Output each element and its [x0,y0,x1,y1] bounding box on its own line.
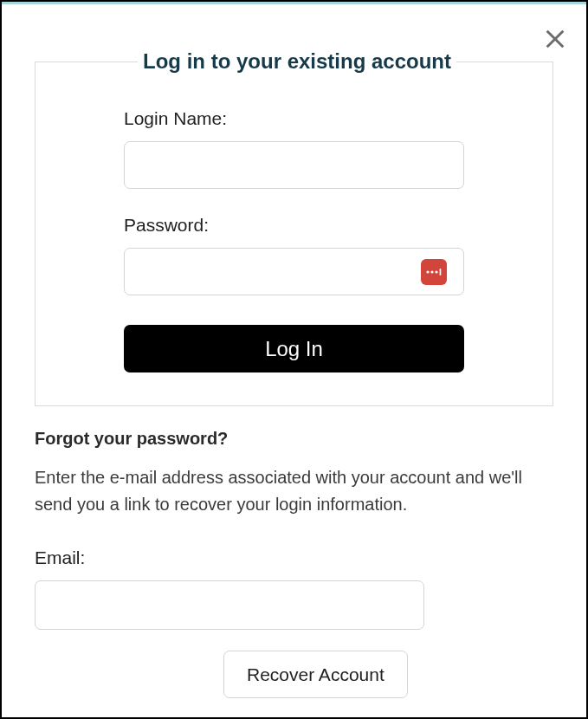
email-input[interactable] [35,580,424,630]
login-fieldset: Log in to your existing account Login Na… [35,49,553,406]
forgot-title: Forgot your password? [35,429,553,449]
login-name-label: Login Name: [124,108,464,129]
forgot-section: Forgot your password? Enter the e-mail a… [35,429,553,698]
login-legend: Log in to your existing account [138,49,456,74]
password-input[interactable] [124,248,464,295]
svg-point-2 [426,270,429,273]
login-name-group: Login Name: [124,108,464,189]
recover-row: Recover Account [35,651,553,698]
svg-point-4 [435,270,437,273]
email-label: Email: [35,547,553,568]
password-wrapper [124,248,464,295]
recover-button[interactable]: Recover Account [223,651,408,698]
close-icon [543,27,567,51]
login-modal: Log in to your existing account Login Na… [2,2,586,717]
svg-point-3 [430,270,433,273]
forgot-description: Enter the e-mail address associated with… [35,464,553,518]
password-label: Password: [124,215,464,236]
password-group: Password: [124,215,464,295]
login-name-input[interactable] [124,141,464,189]
login-button[interactable]: Log In [124,325,464,372]
svg-rect-5 [440,269,442,275]
password-manager-icon[interactable] [421,259,447,285]
